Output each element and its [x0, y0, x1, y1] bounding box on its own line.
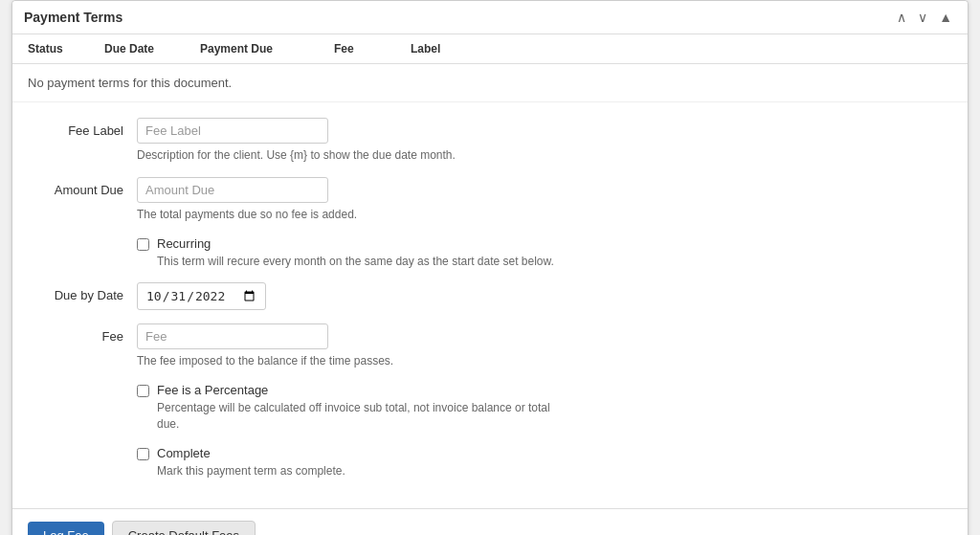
col-header-label: Label [411, 42, 506, 56]
fee-hint: The fee imposed to the balance if the ti… [137, 353, 539, 369]
fee-percentage-row: Fee is a Percentage Percentage will be c… [32, 383, 948, 433]
create-default-fees-button[interactable]: Create Default Fees [112, 521, 256, 535]
col-header-payment-due: Payment Due [200, 42, 334, 56]
recurring-label-group: Recurring This term will recure every mo… [157, 236, 554, 270]
amount-due-hint: The total payments due so no fee is adde… [137, 207, 539, 223]
complete-label-group: Complete Mark this payment term as compl… [157, 446, 345, 479]
no-terms-message: No payment terms for this document. [12, 64, 968, 102]
fee-percentage-hint: Percentage will be calculated off invoic… [157, 400, 559, 433]
due-by-date-label: Due by Date [32, 282, 137, 302]
payment-terms-panel: Payment Terms ∧ ∨ ▲ Status Due Date Paym… [11, 0, 969, 535]
log-fee-button[interactable]: Log Fee [28, 522, 104, 535]
recurring-label[interactable]: Recurring [157, 236, 554, 251]
fee-label-hint: Description for the client. Use {m} to s… [137, 147, 539, 164]
panel-header: Payment Terms ∧ ∨ ▲ [12, 1, 968, 34]
recurring-row: Recurring This term will recure every mo… [32, 236, 948, 270]
expand-button[interactable]: ▲ [935, 9, 956, 26]
col-header-due-date: Due Date [104, 42, 200, 56]
fee-input[interactable] [137, 323, 328, 349]
collapse-up-button[interactable]: ∧ [893, 9, 910, 26]
fee-row: Fee The fee imposed to the balance if th… [32, 323, 948, 369]
table-header: Status Due Date Payment Due Fee Label [12, 34, 968, 64]
collapse-down-button[interactable]: ∨ [914, 9, 931, 26]
amount-due-label: Amount Due [32, 177, 137, 197]
fee-label-label: Fee Label [32, 118, 137, 138]
fee-percentage-label[interactable]: Fee is a Percentage [157, 383, 559, 397]
fee-label-content: Description for the client. Use {m} to s… [137, 118, 948, 164]
panel-controls: ∧ ∨ ▲ [893, 9, 956, 26]
complete-row: Complete Mark this payment term as compl… [32, 446, 948, 479]
form-area: Fee Label Description for the client. Us… [12, 102, 968, 508]
complete-hint: Mark this payment term as complete. [157, 463, 345, 479]
fee-percentage-label-group: Fee is a Percentage Percentage will be c… [157, 383, 559, 433]
recurring-checkbox[interactable] [137, 238, 149, 251]
complete-label[interactable]: Complete [157, 446, 345, 460]
panel-title: Payment Terms [24, 10, 122, 25]
due-by-date-row: Due by Date [32, 282, 948, 310]
amount-due-content: The total payments due so no fee is adde… [137, 177, 948, 223]
fee-label-input[interactable] [137, 118, 328, 144]
due-by-date-input[interactable] [137, 282, 266, 310]
col-header-fee: Fee [334, 42, 411, 56]
fee-percentage-checkbox[interactable] [137, 385, 149, 397]
complete-checkbox[interactable] [137, 448, 149, 460]
due-by-date-content [137, 282, 948, 310]
panel-footer: Log Fee Create Default Fees [12, 508, 968, 535]
col-header-status: Status [28, 42, 104, 56]
fee-label-row: Fee Label Description for the client. Us… [32, 118, 948, 164]
recurring-hint: This term will recure every month on the… [157, 254, 554, 270]
amount-due-input[interactable] [137, 177, 328, 203]
fee-label-field: Fee [32, 323, 137, 344]
amount-due-row: Amount Due The total payments due so no … [32, 177, 948, 223]
fee-content: The fee imposed to the balance if the ti… [137, 323, 948, 369]
